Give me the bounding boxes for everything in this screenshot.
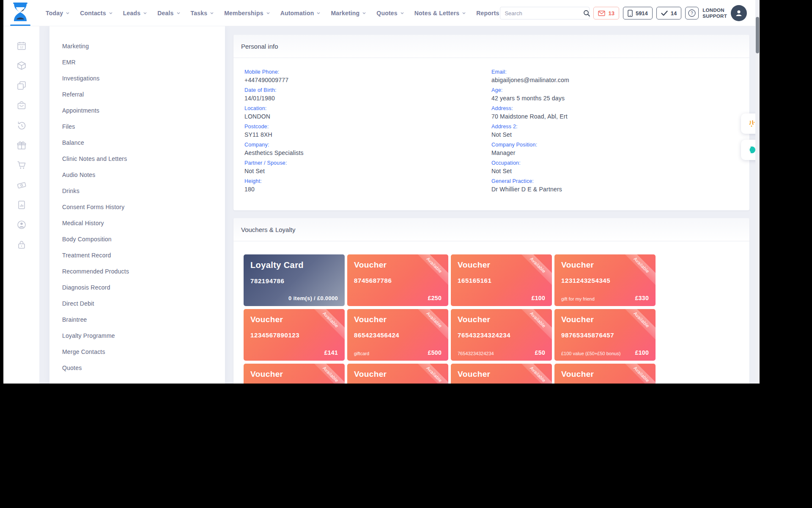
voucher-card[interactable]: Available Voucher <box>244 364 345 384</box>
scrollbar-track[interactable] <box>755 0 760 384</box>
voucher-card[interactable]: Available Voucher 165165161 £100 <box>451 254 552 306</box>
sidebar-item-diagnosis-record[interactable]: Diagnosis Record <box>49 279 225 295</box>
messages-badge[interactable]: 13 <box>593 7 619 19</box>
search-button[interactable] <box>583 7 590 19</box>
field-label: Company Position: <box>491 142 738 148</box>
field-mobile-phone: Mobile Phone:+447490009777 <box>244 69 491 83</box>
nav-item-marketing[interactable]: Marketing <box>331 10 366 17</box>
field-company-position: Company Position:Manager <box>491 142 738 156</box>
card-value: £141 <box>324 349 338 356</box>
vouchers-loyalty-title: Vouchers & Loyalty <box>233 218 749 241</box>
tasks-badge[interactable]: 14 <box>656 7 681 19</box>
sidebar-item-merge-contacts[interactable]: Merge Contacts <box>49 344 225 360</box>
sidebar-item-quotes[interactable]: Quotes <box>49 360 225 376</box>
nav-item-tasks[interactable]: Tasks <box>191 10 214 17</box>
nav-item-today[interactable]: Today <box>46 10 70 17</box>
personal-info-body: Mobile Phone:+447490009777 Date of Birth… <box>233 58 749 196</box>
history-icon[interactable] <box>16 120 27 130</box>
card-number: 98765345876457 <box>561 331 649 339</box>
card-note: giftcard <box>354 351 369 356</box>
help-button[interactable]: ? <box>685 7 699 19</box>
personal-info-title: Personal info <box>233 35 749 58</box>
voucher-card[interactable]: Available Voucher <box>347 364 448 384</box>
field-value: abigailjones@mailinator.com <box>491 77 738 83</box>
sidebar-item-appointments[interactable]: Appointments <box>49 102 225 119</box>
sidebar-item-drinks[interactable]: Drinks <box>49 183 225 199</box>
contact-icon[interactable] <box>16 220 27 230</box>
voucher-card[interactable]: Available Voucher 8745687786 £250 <box>347 254 448 306</box>
sidebar-item-treatment-record[interactable]: Treatment Record <box>49 247 225 263</box>
sidebar-item-balance[interactable]: Balance <box>49 135 225 151</box>
voucher-card[interactable]: Available Voucher 1231243254345 gift for… <box>554 254 656 306</box>
sidebar-item-referral[interactable]: Referral <box>49 86 225 102</box>
nav-label: Contacts <box>80 10 106 17</box>
help-icon: ? <box>688 9 696 17</box>
user-avatar[interactable] <box>731 5 747 21</box>
sidebar-item-braintree[interactable]: Braintree <box>49 312 225 328</box>
nav-item-leads[interactable]: Leads <box>123 10 147 17</box>
sidebar-item-marketing[interactable]: Marketing <box>49 38 225 54</box>
voucher-card[interactable]: Available Voucher <box>554 364 656 384</box>
cart-icon[interactable] <box>16 160 27 170</box>
card-value: £50 <box>535 349 545 356</box>
nav-label: Automation <box>280 10 314 17</box>
orders-bag-icon[interactable] <box>16 100 27 110</box>
sidebar-item-audio-notes[interactable]: Audio Notes <box>49 167 225 183</box>
nav-label: Notes & Letters <box>414 10 459 17</box>
loyalty-card[interactable]: Loyalty Card 782194786 0 item(s) / £0.00… <box>244 254 345 306</box>
card-value: £330 <box>635 295 649 301</box>
sidebar-item-investigations[interactable]: Investigations <box>49 70 225 86</box>
lock-icon[interactable] <box>16 240 27 250</box>
nav-item-automation[interactable]: Automation <box>280 10 321 17</box>
field-value: 14/01/1980 <box>244 95 491 102</box>
calls-count: 5914 <box>636 10 648 17</box>
app-logo[interactable] <box>9 3 31 26</box>
card-value: £500 <box>428 349 442 356</box>
sidebar-item-recommended-products[interactable]: Recommended Products <box>49 263 225 279</box>
voucher-card[interactable]: Available Voucher 76543234324234 7654323… <box>451 309 552 361</box>
duplicate-icon[interactable] <box>16 80 27 91</box>
chevron-down-icon <box>210 11 214 15</box>
chevron-down-icon <box>176 11 181 15</box>
nav-item-quotes[interactable]: Quotes <box>376 10 404 17</box>
field-value: SY11 8XH <box>244 131 491 138</box>
field-value: 70 Maidstone Road, Abl, Ert <box>491 113 738 120</box>
search-input[interactable] <box>500 10 583 17</box>
scrollbar-thumb[interactable] <box>756 17 759 53</box>
logo-underline <box>10 25 30 26</box>
sidebar-item-body-composition[interactable]: Body Composition <box>49 231 225 247</box>
calendar-icon[interactable]: 12 <box>16 41 27 51</box>
field-label: Occupation: <box>491 160 738 166</box>
nav-item-contacts[interactable]: Contacts <box>80 10 113 17</box>
envelope-icon <box>598 11 605 16</box>
checkmark-icon <box>661 11 668 16</box>
field-value: Aesthetics Specialists <box>244 149 491 156</box>
card-number: 865423456424 <box>354 331 442 339</box>
field-address-2: Address 2:Not Set <box>491 124 738 138</box>
sidebar-item-consent-forms[interactable]: Consent Forms History <box>49 199 225 215</box>
sidebar-item-direct-debit[interactable]: Direct Debit <box>49 295 225 312</box>
report-icon[interactable] <box>16 200 27 210</box>
voucher-card[interactable]: Available Voucher 865423456424 giftcard£… <box>347 309 448 361</box>
calls-badge[interactable]: 5914 <box>623 7 653 19</box>
nav-item-memberships[interactable]: Memberships <box>224 10 270 17</box>
user-line2: SUPPORT <box>702 13 727 19</box>
sidebar-item-files[interactable]: Files <box>49 119 225 135</box>
money-icon[interactable] <box>16 180 27 190</box>
sidebar-item-emr[interactable]: EMR <box>49 54 225 70</box>
gift-icon[interactable] <box>16 140 27 150</box>
sidebar-item-loyalty-programme[interactable]: Loyalty Programme <box>49 328 225 344</box>
nav-label: Reports <box>476 10 499 17</box>
card-number: 8745687786 <box>354 277 442 284</box>
voucher-card[interactable]: Available Voucher 1234567890123 £141 <box>244 309 345 361</box>
card-number: 1234567890123 <box>250 331 338 339</box>
voucher-card[interactable]: Available Voucher 98765345876457 £100 va… <box>554 309 656 361</box>
nav-item-deals[interactable]: Deals <box>157 10 180 17</box>
sidebar-item-medical-history[interactable]: Medical History <box>49 215 225 231</box>
voucher-card[interactable]: Available Voucher <box>451 364 552 384</box>
field-address: Address:70 Maidstone Road, Abl, Ert <box>491 105 738 120</box>
sidebar-item-clinic-notes[interactable]: Clinic Notes and Letters <box>49 151 225 167</box>
card-number: 76543234324234 <box>458 331 545 339</box>
nav-item-notes-letters[interactable]: Notes & Letters <box>414 10 466 17</box>
products-cube-icon[interactable] <box>16 61 27 71</box>
